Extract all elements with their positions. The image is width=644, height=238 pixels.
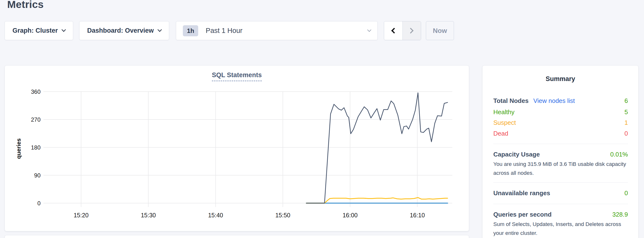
svg-text:16:00: 16:00 <box>343 212 358 218</box>
healthy-label: Healthy <box>493 108 514 116</box>
view-nodes-list-link[interactable]: View nodes list <box>534 97 575 104</box>
sql-statements-chart: 09018027036015:2015:3015:4015:5016:0016:… <box>5 66 469 231</box>
healthy-nodes-row: Healthy 5 <box>493 108 628 116</box>
chart-title-wrap: SQL Statements <box>5 71 469 81</box>
svg-text:0: 0 <box>38 200 40 206</box>
next-chart-card-partial <box>4 235 469 238</box>
suspect-value: 1 <box>624 119 628 127</box>
healthy-value: 5 <box>624 108 628 116</box>
svg-text:180: 180 <box>31 144 40 151</box>
graph-dropdown-label: Graph: Cluster <box>12 27 58 34</box>
chevron-down-icon <box>158 27 162 32</box>
dashboard-dropdown[interactable]: Dashboard: Overview <box>79 21 169 40</box>
svg-text:360: 360 <box>31 88 40 95</box>
chevron-down-icon <box>367 28 372 32</box>
suspect-label: Suspect <box>493 119 516 127</box>
unavailable-ranges-label: Unavailable ranges <box>493 189 550 197</box>
time-range-selector[interactable]: 1h Past 1 Hour <box>176 21 378 40</box>
capacity-usage-label: Capacity Usage <box>493 151 540 158</box>
capacity-usage-value: 0.01% <box>610 151 628 158</box>
time-step-button-group <box>384 21 421 40</box>
divider <box>493 144 628 144</box>
svg-text:queries: queries <box>15 138 22 159</box>
chart-title[interactable]: SQL Statements <box>212 71 262 81</box>
sql-statements-chart-card: 09018027036015:2015:3015:4015:5016:0016:… <box>4 65 469 231</box>
divider <box>493 182 628 183</box>
summary-title: Summary <box>482 75 638 83</box>
queries-per-second-description: Sum of Selects, Updates, Inserts, and De… <box>493 220 629 237</box>
svg-text:15:40: 15:40 <box>208 212 223 218</box>
dashboard-dropdown-label: Dashboard: Overview <box>87 27 154 34</box>
capacity-usage-row: Capacity Usage 0.01% <box>493 151 628 158</box>
queries-per-second-row: Queries per second 328.9 <box>493 211 628 218</box>
svg-text:15:50: 15:50 <box>275 212 290 218</box>
svg-text:15:20: 15:20 <box>74 212 89 218</box>
time-range-badge: 1h <box>183 25 198 36</box>
summary-panel: Summary Total Nodes View nodes list 6 He… <box>482 65 638 238</box>
unavailable-ranges-value: 0 <box>624 189 628 197</box>
dead-nodes-row: Dead 0 <box>493 130 628 137</box>
unavailable-ranges-row: Unavailable ranges 0 <box>493 189 628 197</box>
svg-text:16:10: 16:10 <box>410 212 425 218</box>
svg-text:90: 90 <box>34 172 40 179</box>
queries-per-second-value: 328.9 <box>612 211 628 218</box>
total-nodes-label: Total Nodes <box>493 97 528 104</box>
total-nodes-value: 6 <box>624 97 628 104</box>
graph-dropdown[interactable]: Graph: Cluster <box>4 21 73 40</box>
now-button[interactable]: Now <box>426 21 454 40</box>
dead-label: Dead <box>493 130 508 137</box>
time-range-label: Past 1 Hour <box>206 27 242 35</box>
dead-value: 0 <box>624 130 628 137</box>
queries-per-second-label: Queries per second <box>493 211 552 218</box>
chevron-left-icon <box>391 28 397 33</box>
svg-text:270: 270 <box>31 116 40 123</box>
chevron-right-icon <box>408 28 414 33</box>
svg-text:15:30: 15:30 <box>141 212 156 218</box>
chevron-down-icon <box>62 27 66 32</box>
page-title: Metrics <box>7 0 44 10</box>
divider <box>493 204 628 204</box>
suspect-nodes-row: Suspect 1 <box>493 119 628 127</box>
capacity-usage-description: You are using 315.9 MiB of 3.6 TiB usabl… <box>493 160 629 177</box>
metrics-page: Metrics Graph: Cluster Dashboard: Overvi… <box>0 0 644 238</box>
total-nodes-row: Total Nodes View nodes list 6 <box>493 97 628 104</box>
previous-time-button[interactable] <box>384 21 402 40</box>
next-time-button-disabled[interactable] <box>402 21 421 40</box>
